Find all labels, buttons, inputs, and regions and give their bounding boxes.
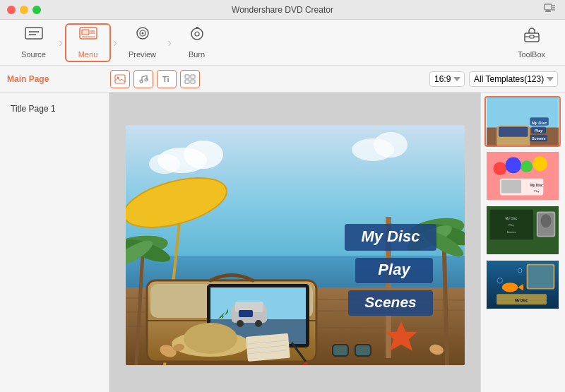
template-thumb-1[interactable]: My Disc Play Scenes	[484, 96, 561, 147]
svg-rect-31	[185, 80, 189, 83]
template-thumb-4[interactable]: My Disc	[484, 259, 561, 310]
svg-text:Play: Play	[378, 261, 411, 278]
svg-text:Ti: Ti	[162, 75, 170, 83]
toolbar-item-menu[interactable]: Menu	[65, 23, 111, 62]
close-button[interactable]	[7, 6, 16, 14]
image-tool-button[interactable]	[110, 70, 130, 88]
minimize-button[interactable]	[20, 6, 28, 14]
toolbar-selects: 16:9 4:3 All Templates(123)	[429, 71, 558, 87]
svg-text:Scenes: Scenes	[364, 294, 417, 310]
source-icon	[24, 26, 44, 47]
canvas-area: My Disc Play Scenes	[109, 93, 480, 392]
toolbar-item-toolbox[interactable]: ToolBox	[509, 23, 554, 62]
window-icon	[544, 2, 557, 18]
grid-tool-button[interactable]	[180, 70, 200, 88]
svg-point-122	[541, 214, 552, 227]
svg-rect-6	[25, 28, 42, 39]
toolbar-sep-1: ›	[59, 35, 63, 50]
music-tool-button[interactable]	[133, 70, 153, 88]
svg-rect-10	[82, 30, 89, 35]
menu-icon	[78, 26, 98, 47]
svg-point-128	[502, 283, 518, 292]
preview-icon	[133, 26, 153, 47]
preview-label: Preview	[129, 50, 156, 59]
toolbar-item-source[interactable]: Source	[11, 23, 56, 62]
menu-label: Menu	[78, 50, 98, 59]
svg-point-38	[374, 132, 408, 158]
template-thumbnails-panel: My Disc Play Scenes My Disc Play	[480, 93, 565, 392]
svg-rect-85	[333, 345, 347, 355]
svg-point-70	[255, 320, 262, 327]
svg-point-109	[521, 160, 533, 172]
maximize-button[interactable]	[32, 6, 41, 14]
svg-rect-0	[545, 4, 552, 10]
main-page-label: Main Page	[7, 74, 106, 84]
burn-icon	[187, 26, 207, 47]
svg-point-80	[184, 323, 237, 354]
svg-rect-2	[545, 11, 551, 12]
svg-rect-30	[191, 75, 195, 78]
template-thumb-3[interactable]: My Disc Play Scenes	[484, 205, 561, 256]
main-content-area: Title Page 1	[0, 93, 565, 392]
svg-point-35	[184, 141, 223, 169]
template-filter-select[interactable]: All Templates(123)	[469, 71, 558, 87]
toolbar-item-preview[interactable]: Preview	[119, 23, 165, 62]
svg-point-16	[141, 32, 143, 35]
svg-text:Scenes: Scenes	[532, 136, 546, 141]
toolbox-icon	[522, 26, 542, 47]
toolbar-item-burn[interactable]: Burn	[174, 23, 220, 62]
canvas-container: My Disc Play Scenes	[109, 93, 480, 392]
svg-rect-86	[356, 345, 370, 355]
svg-point-18	[195, 32, 199, 36]
svg-point-17	[191, 28, 203, 40]
svg-rect-23	[530, 35, 534, 38]
svg-text:Scenes: Scenes	[507, 231, 516, 234]
window-controls[interactable]	[7, 6, 41, 14]
svg-point-108	[505, 158, 521, 174]
svg-text:Play: Play	[509, 224, 513, 227]
template-thumb-2[interactable]: My Disc Play	[484, 150, 561, 201]
svg-point-110	[533, 157, 547, 172]
preview-canvas[interactable]: My Disc Play Scenes	[126, 125, 465, 365]
toolbox-label: ToolBox	[518, 50, 545, 59]
svg-point-36	[149, 154, 180, 174]
svg-text:Play: Play	[535, 129, 543, 133]
svg-rect-99	[499, 127, 528, 137]
source-label: Source	[21, 50, 46, 59]
title-bar: Wondershare DVD Creator	[0, 0, 565, 20]
toolbar-sep-2: ›	[113, 35, 117, 50]
list-item[interactable]: Title Page 1	[0, 100, 109, 118]
svg-text:My Disc: My Disc	[361, 227, 420, 245]
edit-header-bar: Main Page Ti	[0, 66, 565, 93]
aspect-ratio-select[interactable]: 16:9 4:3	[429, 71, 465, 87]
page-title-text: Title Page 1	[11, 104, 56, 114]
main-page-text: Main Page	[7, 74, 49, 84]
svg-rect-71	[239, 310, 253, 317]
svg-rect-112	[501, 180, 521, 194]
toolbar-sep-3: ›	[167, 35, 172, 50]
svg-rect-32	[191, 80, 195, 83]
svg-text:My Disc: My Disc	[506, 217, 518, 220]
window-title: Wondershare DVD Creator	[232, 5, 333, 15]
svg-rect-1	[546, 10, 550, 11]
svg-text:Play: Play	[534, 190, 539, 193]
svg-text:My Disc: My Disc	[530, 184, 543, 187]
burn-label: Burn	[189, 50, 205, 59]
sub-toolbar: Ti	[110, 70, 425, 88]
svg-point-69	[237, 320, 244, 327]
svg-text:My Disc: My Disc	[515, 299, 528, 302]
svg-point-107	[493, 162, 506, 175]
page-list-panel: Title Page 1	[0, 93, 109, 392]
main-toolbar: Source › Menu › Preview ›	[0, 20, 565, 66]
text-tool-button[interactable]: Ti	[157, 70, 177, 88]
svg-text:My Disc: My Disc	[532, 121, 547, 125]
svg-rect-133	[528, 266, 554, 288]
svg-rect-29	[185, 75, 189, 78]
